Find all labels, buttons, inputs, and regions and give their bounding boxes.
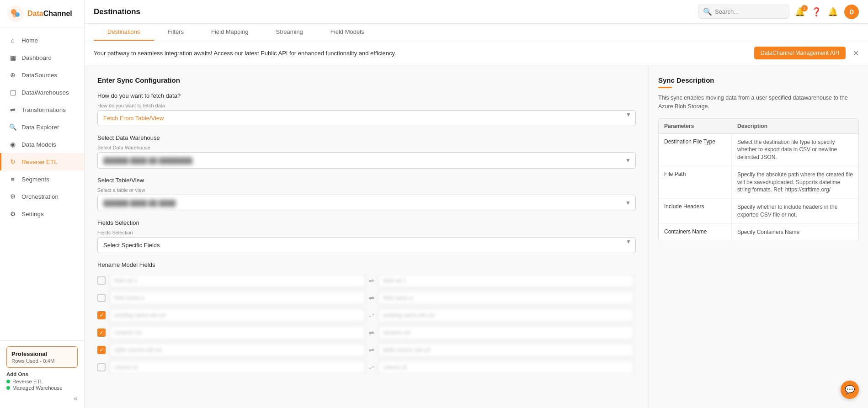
orchestration-icon: ⚙ [9,192,17,201]
sidebar-item-dashboard[interactable]: ▦ Dashboard [0,49,84,66]
datawarehouses-icon: ◫ [9,88,17,96]
data-explorer-icon: 🔍 [9,123,17,131]
rename-fields-group: Rename Model Fields ⇌ ⇌ [97,261,636,374]
rename-to-input[interactable] [378,274,634,287]
rename-to-input[interactable] [378,291,634,305]
tab-destinations[interactable]: Destinations [94,24,154,41]
tab-field-models[interactable]: Field Models [317,24,378,41]
topbar-icons: 🔔 1 ❓ 🔔 D [795,5,859,19]
warehouse-value: ██████ ████ ██ ████████ [103,157,192,164]
param-desc: Specify the absolute path where the crea… [732,166,858,198]
param-desc: Specify whether to include headers in th… [732,199,858,223]
sidebar-item-label: Home [21,37,38,44]
form-section: Enter Sync Configuration How do you want… [85,65,649,408]
sidebar-item-transformations[interactable]: ⇌ Transformations [0,101,84,118]
sidebar-item-label: Dashboard [21,54,52,61]
rename-from-input[interactable] [109,308,365,322]
sidebar-item-label: Segments [21,176,49,183]
banner: Your pathway to seamless integration awa… [85,41,868,65]
fields-label: Fields Selection [97,219,636,226]
rename-to-input[interactable] [378,343,634,357]
search-input[interactable] [715,8,784,15]
home-icon: ⌂ [9,36,17,44]
sidebar-item-data-models[interactable]: ◉ Data Models [0,136,84,153]
settings-icon: ⚙ [9,210,17,218]
sidebar-item-datasources[interactable]: ⊕ DataSources [0,66,84,84]
topbar: Destinations 🔍 🔔 1 ❓ 🔔 D [85,0,868,24]
sync-desc-title: Sync Description [658,76,859,84]
rename-to-input[interactable] [378,308,634,322]
params-row-3: Containers Name Specify Containers Name [659,224,858,241]
rename-to-input[interactable] [378,360,634,374]
rename-checkbox[interactable] [97,311,106,319]
tab-filters[interactable]: Filters [154,24,197,41]
table-select-wrapper: Select a table or view ██████ ████ ██ ██… [97,187,636,211]
main-content: Destinations 🔍 🔔 1 ❓ 🔔 D Destinations Fi… [85,0,868,408]
rename-checkbox[interactable] [97,329,106,337]
rename-checkbox[interactable] [97,346,106,354]
warehouse-select[interactable]: ██████ ████ ██ ████████ ▼ [97,152,636,169]
sync-desc-text: This sync enables moving data from a use… [658,94,859,111]
fields-sublabel: Fields Selection [97,230,636,235]
chat-bubble-button[interactable]: 💬 [841,381,859,399]
api-button[interactable]: DataChannel Management API [754,47,846,59]
table-group: Select Table/View Select a table or view… [97,177,636,211]
table-select[interactable]: ██████ ████ ██ ████ ▼ [97,195,636,211]
help-button[interactable]: ❓ [811,7,821,17]
notifications-icon: 🔔 [828,7,838,16]
logo[interactable]: DataChannel [0,0,84,28]
rename-checkbox[interactable] [97,294,106,302]
close-icon[interactable]: ✕ [853,49,859,58]
params-table-header: Parameters Description [659,119,858,134]
warehouse-label: Select Data Warehouse [97,134,636,141]
tab-streaming[interactable]: Streaming [262,24,317,41]
sidebar-item-home[interactable]: ⌂ Home [0,32,84,49]
sidebar-item-settings[interactable]: ⚙ Settings [0,205,84,223]
sidebar-item-label: DataSources [21,72,57,79]
sidebar-item-orchestration[interactable]: ⚙ Orchestration [0,188,84,205]
warehouse-sublabel: Select Data Warehouse [97,145,636,150]
addons-label: Add Ons [6,371,78,377]
addon-dot [6,386,10,390]
fetch-method-select[interactable]: Fetch From Table/View Fetch From Query [97,110,636,126]
sidebar-item-segments[interactable]: ≡ Segments [0,170,84,188]
rename-from-input[interactable] [109,360,365,374]
search-box[interactable]: 🔍 [698,5,789,19]
rename-from-input[interactable] [109,274,365,287]
notifications-button[interactable]: 🔔 [828,7,838,17]
sidebar-item-label: Data Explorer [21,124,59,131]
desc-col-header: Description [732,119,858,133]
rename-from-input[interactable] [109,326,365,339]
sidebar: DataChannel ⌂ Home ▦ Dashboard ⊕ DataSou… [0,0,85,408]
fields-select[interactable]: Select Specific Fields All Fields [97,237,636,253]
sidebar-bottom: Professional Rows Used - 0.4M Add Ons Re… [0,340,84,408]
sidebar-item-reverse-etl[interactable]: ↻ Reverse ETL [0,153,84,170]
sidebar-item-label: Settings [21,211,44,217]
addon-reverse-etl: Reverse ETL [6,379,78,384]
rename-from-input[interactable] [109,343,365,357]
fields-group: Fields Selection Fields Selection Select… [97,219,636,253]
right-panel: Sync Description This sync enables movin… [649,65,868,408]
notification-bell-button[interactable]: 🔔 1 [795,7,805,17]
data-models-icon: ◉ [9,140,17,148]
collapse-sidebar-button[interactable]: « [6,394,78,403]
plan-name: Professional [11,350,73,357]
reverse-etl-icon: ↻ [9,158,17,166]
fetch-label: How do you want to fetch data? [97,92,636,99]
sidebar-item-data-explorer[interactable]: 🔍 Data Explorer [0,118,84,136]
rename-from-input[interactable] [109,291,365,305]
warehouse-select-wrapper: Select Data Warehouse ██████ ████ ██ ███… [97,145,636,169]
rename-checkbox[interactable] [97,363,106,371]
sidebar-item-datawarehouses[interactable]: ◫ DataWarehouses [0,84,84,101]
sidebar-item-label: Orchestration [21,193,59,200]
tab-field-mapping[interactable]: Field Mapping [197,24,262,41]
transformations-icon: ⇌ [9,106,17,114]
user-avatar[interactable]: D [844,5,859,19]
rename-checkbox[interactable] [97,276,106,285]
rename-rows: ⇌ ⇌ ⇌ [97,274,636,374]
rename-to-input[interactable] [378,326,634,339]
search-icon: 🔍 [703,7,712,16]
tabs-row: Destinations Filters Field Mapping Strea… [85,24,868,41]
sidebar-item-label: Reverse ETL [21,159,58,165]
addon-label: Managed Warehouse [12,385,63,391]
